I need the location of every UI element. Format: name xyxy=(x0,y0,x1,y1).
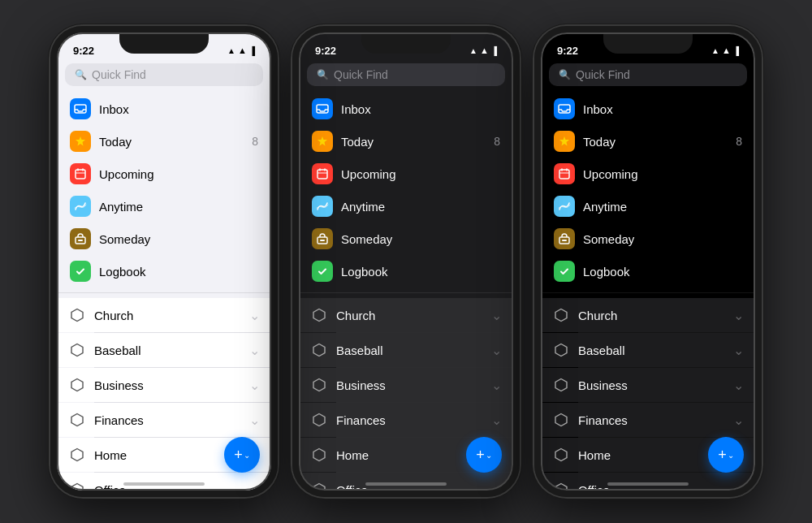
menu-item-today[interactable]: Today 8 xyxy=(57,125,271,158)
menu-item-label: Upcoming xyxy=(341,167,500,181)
menu-item-upcoming[interactable]: Upcoming xyxy=(541,158,755,190)
area-item-baseball[interactable]: Baseball ⌄ xyxy=(57,333,271,367)
menu-item-someday[interactable]: Someday xyxy=(299,223,513,255)
area-icon xyxy=(310,376,328,394)
area-item-business[interactable]: Business ⌄ xyxy=(299,368,513,402)
add-button[interactable]: + ⌄ xyxy=(224,437,260,473)
area-chevron: ⌄ xyxy=(733,378,744,393)
menu-item-label: Inbox xyxy=(583,102,742,116)
menu-item-label: Inbox xyxy=(341,102,500,116)
area-item-finances[interactable]: Finances ⌄ xyxy=(541,403,755,437)
menu-item-upcoming[interactable]: Upcoming xyxy=(57,158,271,190)
area-chevron: ⌄ xyxy=(249,482,260,491)
menu-item-someday[interactable]: Someday xyxy=(541,223,755,255)
wifi-icon: ▲ xyxy=(238,45,247,55)
svg-marker-1 xyxy=(76,136,85,146)
signal-icon: ▲ xyxy=(227,46,235,55)
menu-list: Inbox Today 8 Upcoming xyxy=(57,93,271,287)
chevron-down-icon: ⌄ xyxy=(486,451,492,460)
area-item-church[interactable]: Church ⌄ xyxy=(541,298,755,332)
area-chevron: ⌄ xyxy=(733,413,744,428)
menu-item-label: Someday xyxy=(341,232,500,246)
area-item-baseball[interactable]: Baseball ⌄ xyxy=(299,333,513,367)
chevron-down-icon: ⌄ xyxy=(728,451,734,460)
upcoming-icon xyxy=(554,163,575,184)
area-icon xyxy=(68,411,86,429)
area-item-church[interactable]: Church ⌄ xyxy=(299,298,513,332)
area-label: Baseball xyxy=(578,344,725,357)
area-chevron: ⌄ xyxy=(249,413,260,428)
area-label: Church xyxy=(94,309,241,322)
area-label: Business xyxy=(336,378,483,392)
menu-item-label: Someday xyxy=(583,232,742,246)
menu-item-inbox[interactable]: Inbox xyxy=(299,93,513,125)
someday-icon xyxy=(554,228,575,249)
menu-item-label: Upcoming xyxy=(99,167,258,181)
inbox-icon xyxy=(70,98,91,119)
search-icon: 🔍 xyxy=(559,69,571,80)
chevron-down-icon: ⌄ xyxy=(244,451,250,460)
inbox-icon xyxy=(554,98,575,119)
menu-item-badge: 8 xyxy=(252,135,258,148)
today-icon xyxy=(70,131,91,152)
area-label: Baseball xyxy=(94,344,241,357)
area-chevron: ⌄ xyxy=(733,343,744,358)
add-button[interactable]: + ⌄ xyxy=(708,437,744,473)
svg-rect-12 xyxy=(559,170,569,179)
area-label: Finances xyxy=(94,413,241,427)
area-label: Business xyxy=(578,378,725,392)
area-item-office[interactable]: Office ⌄ xyxy=(541,473,755,491)
menu-item-label: Someday xyxy=(99,232,258,246)
add-icon: + xyxy=(234,447,243,462)
svg-rect-2 xyxy=(76,170,85,179)
menu-item-anytime[interactable]: Anytime xyxy=(541,190,755,223)
add-button[interactable]: + ⌄ xyxy=(466,437,502,473)
area-item-business[interactable]: Business ⌄ xyxy=(541,368,755,402)
area-item-baseball[interactable]: Baseball ⌄ xyxy=(541,333,755,367)
area-item-finances[interactable]: Finances ⌄ xyxy=(57,403,271,437)
area-icon xyxy=(552,411,570,429)
area-icon xyxy=(552,446,570,464)
menu-item-anytime[interactable]: Anytime xyxy=(299,190,513,223)
menu-item-today[interactable]: Today 8 xyxy=(299,125,513,158)
area-icon xyxy=(68,481,86,491)
area-icon xyxy=(68,341,86,359)
area-item-office[interactable]: Office ⌄ xyxy=(299,473,513,491)
area-chevron: ⌄ xyxy=(491,308,502,323)
menu-item-today[interactable]: Today 8 xyxy=(541,125,755,158)
menu-item-inbox[interactable]: Inbox xyxy=(541,93,755,125)
area-item-business[interactable]: Business ⌄ xyxy=(57,368,271,402)
menu-item-logbook[interactable]: Logbook xyxy=(541,255,755,287)
battery-icon: ▐ xyxy=(733,46,739,55)
menu-item-label: Today xyxy=(583,135,728,149)
menu-item-logbook[interactable]: Logbook xyxy=(299,255,513,287)
svg-rect-4 xyxy=(78,240,83,241)
area-label: Business xyxy=(94,378,241,392)
area-icon xyxy=(552,341,570,359)
anytime-icon xyxy=(312,196,333,217)
status-time: 9:22 xyxy=(73,45,94,57)
menu-item-someday[interactable]: Someday xyxy=(57,223,271,255)
today-icon xyxy=(554,131,575,152)
area-item-church[interactable]: Church ⌄ xyxy=(57,298,271,332)
area-label: Finances xyxy=(578,413,725,427)
menu-item-upcoming[interactable]: Upcoming xyxy=(299,158,513,190)
menu-item-label: Today xyxy=(341,135,486,149)
status-time: 9:22 xyxy=(557,45,578,57)
menu-item-logbook[interactable]: Logbook xyxy=(57,255,271,287)
area-label: Finances xyxy=(336,413,483,427)
svg-rect-14 xyxy=(562,240,567,241)
area-icon xyxy=(310,341,328,359)
area-label: Baseball xyxy=(336,344,483,357)
area-chevron: ⌄ xyxy=(249,343,260,358)
menu-item-anytime[interactable]: Anytime xyxy=(57,190,271,223)
menu-item-inbox[interactable]: Inbox xyxy=(57,93,271,125)
area-chevron: ⌄ xyxy=(491,343,502,358)
area-item-finances[interactable]: Finances ⌄ xyxy=(299,403,513,437)
today-icon xyxy=(312,131,333,152)
search-placeholder: Quick Find xyxy=(576,68,630,81)
area-item-office[interactable]: Office ⌄ xyxy=(57,473,271,491)
signal-icon: ▲ xyxy=(711,46,719,55)
menu-item-label: Inbox xyxy=(99,102,258,116)
search-icon: 🔍 xyxy=(75,69,87,80)
